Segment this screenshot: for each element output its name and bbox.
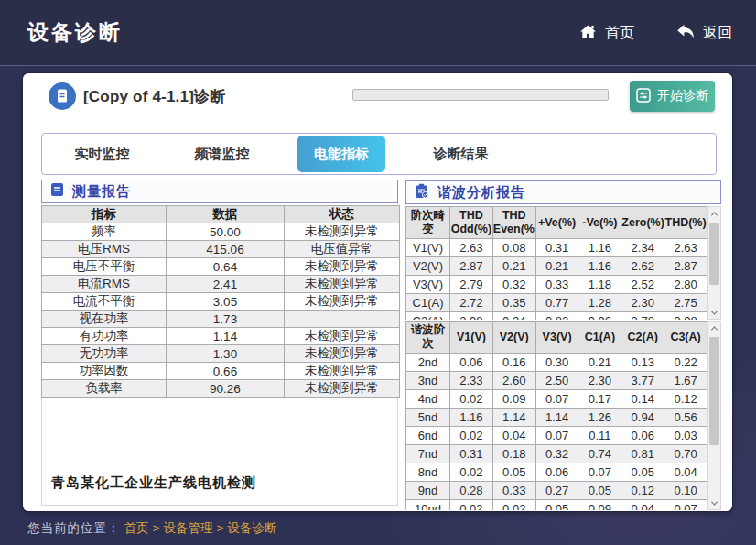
table-cell: 4nd [406, 390, 450, 409]
table-cell: 0.22 [664, 354, 707, 372]
table-cell: 0.04 [621, 500, 664, 511]
column-header: V2(V) [492, 322, 535, 354]
table-cell: 0.02 [450, 427, 493, 445]
table-cell: C1(A) [406, 294, 450, 312]
table-cell: 0.02 [450, 463, 493, 482]
table-cell: 1.14 [167, 328, 285, 345]
table-cell: 0.04 [664, 463, 707, 482]
table-cell: 2.63 [664, 239, 707, 257]
clipboard-check-icon [415, 183, 429, 202]
table-row: 电流RMS2.41未检测到异常 [42, 276, 400, 293]
table-row: 6nd0.020.040.070.110.060.03 [406, 427, 707, 445]
table-row: 电流不平衡3.05未检测到异常 [42, 293, 400, 311]
table-cell: 0.02 [450, 390, 493, 409]
column-header: THD Odd(%) [450, 207, 493, 239]
tab-realtime-monitor[interactable]: 实时监控 [42, 134, 162, 174]
table-cell: 0.12 [664, 390, 707, 409]
table-row: 5nd1.161.141.141.260.940.56 [406, 409, 707, 427]
table-cell: 2.63 [450, 239, 493, 257]
table-cell: 0.33 [535, 276, 578, 294]
table-cell: 2.34 [621, 239, 664, 257]
table-cell: 功率因数 [42, 363, 167, 380]
scroll-up-button[interactable] [708, 207, 720, 220]
table-cell: 1.30 [167, 345, 285, 363]
table-cell: 未检测到异常 [285, 223, 400, 241]
table-cell: 3.05 [167, 293, 285, 311]
table-cell: 0.64 [167, 258, 285, 276]
breadcrumb-separator: > [153, 521, 160, 535]
table-cell: 未检测到异常 [285, 293, 400, 311]
table-row: V1(V)2.630.080.311.162.342.63 [406, 239, 707, 257]
chevron-up-icon [711, 212, 718, 218]
scroll-thumb[interactable] [709, 337, 719, 445]
table-cell: 90.26 [167, 380, 285, 398]
table-cell: 0.70 [664, 445, 707, 463]
breadcrumb-device-management[interactable]: 设备管理 [163, 520, 212, 537]
table-row: C1(A)2.720.350.771.282.302.75 [406, 294, 707, 312]
order-scrollbar[interactable] [707, 321, 721, 510]
table-cell: 未检测到异常 [285, 345, 400, 363]
table-cell: 负载率 [42, 380, 167, 398]
breadcrumb-label: 您当前的位置： [27, 520, 121, 537]
table-cell: 0.05 [492, 463, 535, 482]
column-header: C2(A) [621, 322, 664, 354]
scroll-thumb[interactable] [709, 223, 719, 285]
column-header: Zero(%) [621, 207, 664, 239]
scroll-down-button[interactable] [708, 306, 720, 319]
nav-home[interactable]: 首页 [579, 24, 634, 43]
tab-power-metrics[interactable]: 电能指标 [297, 136, 385, 172]
table-cell: 1.28 [578, 294, 621, 312]
table-cell: 2.30 [578, 372, 621, 390]
table-row: 电压RMS415.06电压值异常 [42, 241, 400, 258]
tab-diagnosis-result[interactable]: 诊断结果 [401, 134, 521, 174]
table-cell: 0.05 [621, 463, 664, 482]
table-cell: 0.07 [664, 500, 707, 511]
nav-back[interactable]: 返回 [676, 24, 732, 43]
table-cell: 3.98 [664, 312, 707, 321]
table-cell: 3.98 [450, 312, 493, 321]
table-cell: V2(V) [406, 257, 450, 276]
table-cell: 电压RMS [42, 241, 167, 258]
distortion-scrollbar[interactable] [707, 206, 721, 320]
table-cell: 0.07 [535, 390, 578, 409]
column-header: THD(%) [664, 207, 707, 239]
table-cell: 1.14 [535, 409, 578, 427]
scroll-up-button[interactable] [708, 322, 720, 334]
table-row: C2(A)3.980.240.820.963.783.98 [406, 312, 707, 321]
table-cell: 1.26 [578, 409, 621, 427]
top-nav: 首页 返回 [579, 0, 732, 66]
column-header: 指标 [42, 206, 167, 223]
table-cell: 0.07 [535, 427, 578, 445]
table-cell: 0.82 [535, 312, 578, 321]
table-cell: 0.02 [492, 500, 535, 511]
scroll-down-button[interactable] [708, 496, 720, 509]
table-cell: 频率 [42, 223, 167, 241]
table-cell: 0.18 [492, 445, 535, 463]
document-badge-icon [49, 82, 76, 114]
table-cell: 无功功率 [42, 345, 167, 363]
table-row: 9nd0.280.330.270.050.120.10 [406, 482, 707, 500]
table-cell: 1.16 [450, 409, 493, 427]
table-cell [285, 311, 400, 328]
table-row: 视在功率1.73 [42, 311, 400, 328]
diagnosis-card: [Copy of 4-1.1]诊断 开始诊断 实时监控 频谱监控 电能指标 诊断… [23, 73, 732, 511]
table-cell: 1.16 [578, 239, 621, 257]
table-cell: 2.87 [664, 257, 707, 276]
column-header: 状态 [285, 206, 400, 223]
column-header: V1(V) [450, 322, 493, 354]
table-cell: 0.56 [664, 409, 707, 427]
start-diagnosis-button[interactable]: 开始诊断 [630, 81, 715, 112]
breadcrumb-device-diagnosis[interactable]: 设备诊断 [227, 520, 276, 537]
table-row: 无功功率1.30未检测到异常 [42, 345, 400, 363]
table-cell: 0.81 [621, 445, 664, 463]
table-row: 频率50.00未检测到异常 [42, 223, 400, 241]
breadcrumb-home[interactable]: 首页 [124, 520, 149, 537]
tab-spectrum-monitor[interactable]: 频谱监控 [162, 134, 282, 174]
table-row: 电压不平衡0.64未检测到异常 [42, 258, 400, 276]
table-cell: 0.02 [450, 500, 493, 511]
table-cell: 电压值异常 [285, 241, 400, 258]
table-cell: 2.80 [664, 276, 707, 294]
table-cell: V1(V) [406, 239, 450, 257]
table-cell: 2.30 [621, 294, 664, 312]
table-cell: 0.05 [535, 500, 578, 511]
